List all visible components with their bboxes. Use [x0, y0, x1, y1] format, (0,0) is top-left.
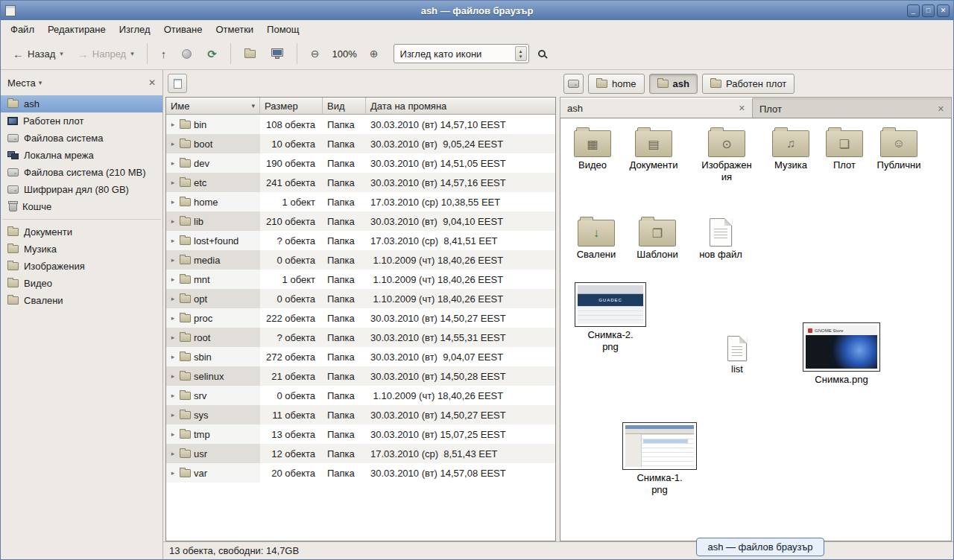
file-item-snimka2[interactable]: GUADEC Снимка-2. png [566, 282, 655, 352]
pathbar-button-desktop[interactable]: Работен плот [702, 74, 795, 94]
sidebar-item[interactable]: Файлова система (210 MB) [1, 164, 162, 181]
menu-go[interactable]: Отиване [157, 22, 209, 37]
expander-icon[interactable]: ▸ [169, 256, 177, 264]
spin-down-icon[interactable]: ▾ [519, 54, 522, 59]
expander-icon[interactable]: ▸ [169, 179, 177, 186]
column-header-size[interactable]: Размер [260, 98, 323, 115]
table-row[interactable]: ▸usr12 обектаПапка17.03.2010 (ср) 8,51,4… [166, 444, 555, 463]
sidebar-title[interactable]: Места [7, 77, 36, 89]
spin-up-icon[interactable]: ▴ [519, 48, 522, 54]
table-row[interactable]: ▸sbin272 обектаПапка30.03.2010 (вт) 9,04… [166, 347, 555, 366]
maximize-button[interactable]: □ [922, 4, 935, 17]
table-row[interactable]: ▸lib210 обектаПапка30.03.2010 (вт) 9,04,… [166, 211, 555, 231]
expander-icon[interactable]: ▸ [169, 121, 177, 128]
expander-icon[interactable]: ▸ [169, 430, 177, 438]
expander-icon[interactable]: ▸ [169, 392, 177, 399]
expander-icon[interactable]: ▸ [169, 140, 177, 147]
expander-icon[interactable]: ▸ [169, 295, 177, 302]
up-button[interactable]: ↑ [154, 42, 174, 66]
sidebar-item[interactable]: Файлова система [1, 130, 162, 147]
table-row[interactable]: ▸srv0 обектаПапка 1.10.2009 (чт) 18,40,2… [166, 386, 555, 405]
sidebar-item[interactable]: Свалени [1, 292, 162, 309]
expander-icon[interactable]: ▸ [169, 237, 177, 244]
table-row[interactable]: ▸home1 обектПапка17.03.2010 (ср) 10,38,5… [166, 192, 555, 211]
tab-close-icon[interactable]: ✕ [938, 104, 944, 114]
table-row[interactable]: ▸root? обектаПапка30.03.2010 (вт) 14,55,… [166, 328, 555, 347]
stop-button[interactable] [175, 42, 198, 66]
column-header-type[interactable]: Вид [323, 98, 366, 115]
expander-icon[interactable]: ▸ [169, 198, 177, 206]
expander-icon[interactable]: ▸ [169, 469, 177, 477]
reload-button[interactable]: ⟳ [200, 42, 224, 66]
folder-item-documents[interactable]: ▤ Документи [627, 127, 680, 171]
computer-button[interactable] [265, 42, 290, 66]
sidebar-item[interactable]: Локална мрежа [1, 147, 162, 164]
sidebar-item[interactable]: Работен плот [1, 112, 162, 130]
folder-item-images[interactable]: ⊙ Изображен ия [700, 127, 754, 182]
pathbar-button-home[interactable]: home [588, 74, 645, 94]
expander-icon[interactable]: ▸ [169, 334, 177, 341]
close-button[interactable]: ✕ [937, 4, 950, 17]
pathbar-root-button[interactable] [563, 74, 584, 94]
sidebar-close-icon[interactable]: ✕ [148, 77, 156, 88]
zoom-in-button[interactable]: ⊕ [363, 42, 385, 66]
taskbar-window-button[interactable]: ash — файлов браузър [696, 538, 824, 556]
expander-icon[interactable]: ▸ [169, 372, 177, 380]
expander-icon[interactable]: ▸ [169, 217, 177, 225]
table-row[interactable]: ▸media0 обектаПапка 1.10.2009 (чт) 18,40… [166, 250, 555, 270]
table-row[interactable]: ▸bin108 обектаПапка30.03.2010 (вт) 14,57… [166, 115, 555, 134]
expander-icon[interactable]: ▸ [169, 314, 177, 322]
file-item-snimka1[interactable]: Снимка-1. png [615, 422, 704, 495]
expander-icon[interactable]: ▸ [169, 411, 177, 419]
table-row[interactable]: ▸mnt1 обектПапка 1.10.2009 (чт) 18,40,26… [166, 270, 555, 289]
table-row[interactable]: ▸boot10 обектаПапка30.03.2010 (вт) 9,05,… [166, 134, 555, 153]
chevron-down-icon[interactable]: ▾ [60, 50, 63, 57]
sidebar-item[interactable]: ash [1, 95, 162, 112]
sidebar-item[interactable]: Музика [1, 241, 162, 258]
column-header-name[interactable]: Име ▾ [166, 98, 260, 115]
chevron-down-icon[interactable]: ▾ [39, 79, 42, 86]
table-row[interactable]: ▸lost+found? обектаПапка17.03.2010 (ср) … [166, 231, 555, 250]
menu-edit[interactable]: Редактиране [41, 22, 113, 37]
folder-item-public[interactable]: ☺ Публични [872, 127, 926, 171]
folder-item-downloads[interactable]: ↓ Свалени [569, 217, 623, 261]
table-row[interactable]: ▸dev190 обектаПапка30.03.2010 (вт) 14,51… [166, 153, 555, 173]
back-button[interactable]: ← Назад ▾ [7, 42, 69, 66]
titlebar[interactable]: ash — файлов браузър _ □ ✕ [1, 1, 953, 20]
tab-plot[interactable]: Плот ✕ [753, 100, 951, 118]
table-row[interactable]: ▸opt0 обектаПапка 1.10.2009 (чт) 18,40,2… [166, 289, 555, 308]
column-header-date[interactable]: Дата на промяна [366, 98, 555, 115]
expander-icon[interactable]: ▸ [169, 353, 177, 360]
forward-button[interactable]: → Напред ▾ [72, 42, 140, 66]
folder-item-desktop[interactable]: ❏ Плот [818, 127, 871, 171]
menu-help[interactable]: Помощ [260, 22, 306, 37]
sidebar-item[interactable]: Изображения [1, 258, 162, 275]
folder-item-templates[interactable]: ❐ Шаблони [631, 217, 684, 261]
table-row[interactable]: ▸sys11 обектаПапка30.03.2010 (вт) 14,50,… [166, 405, 555, 424]
zoom-out-button[interactable]: ⊖ [304, 42, 326, 66]
file-item-snimka[interactable]: GNOME Store Снимка.png [797, 322, 886, 386]
home-button[interactable] [238, 42, 262, 66]
sidebar-item[interactable]: Видео [1, 275, 162, 292]
menu-view[interactable]: Изглед [113, 22, 157, 37]
minimize-button[interactable]: _ [907, 4, 920, 17]
pathbar-button-ash[interactable]: ash [649, 74, 698, 94]
tab-close-icon[interactable]: ✕ [739, 104, 745, 113]
sidebar-item[interactable]: Шифриран дял (80 GB) [1, 181, 162, 198]
tab-ash[interactable]: ash ✕ [560, 98, 753, 118]
table-row[interactable]: ▸proc222 обектаПапка30.03.2010 (вт) 14,5… [166, 308, 555, 328]
table-row[interactable]: ▸etc241 обектаПапка30.03.2010 (вт) 14,57… [166, 173, 555, 192]
table-row[interactable]: ▸tmp13 обектаПапка30.03.2010 (вт) 15,07,… [166, 424, 555, 444]
table-row[interactable]: ▸selinux21 обектаПапка30.03.2010 (вт) 14… [166, 366, 555, 386]
chevron-down-icon[interactable]: ▾ [130, 50, 134, 57]
file-item-new-file[interactable]: нов файл [694, 215, 748, 261]
view-mode-select[interactable]: Изглед като икони ▴ ▾ [394, 44, 529, 63]
file-item-list[interactable]: list [692, 333, 782, 375]
menu-bookmarks[interactable]: Отметки [209, 22, 260, 37]
expander-icon[interactable]: ▸ [169, 450, 177, 457]
spinner-icon[interactable]: ▴ ▾ [515, 46, 527, 61]
sidebar-item[interactable]: Кошче [1, 198, 162, 215]
folder-item-music[interactable]: ♫ Музика [764, 127, 818, 171]
expander-icon[interactable]: ▸ [169, 276, 177, 283]
notes-button[interactable] [168, 74, 187, 93]
